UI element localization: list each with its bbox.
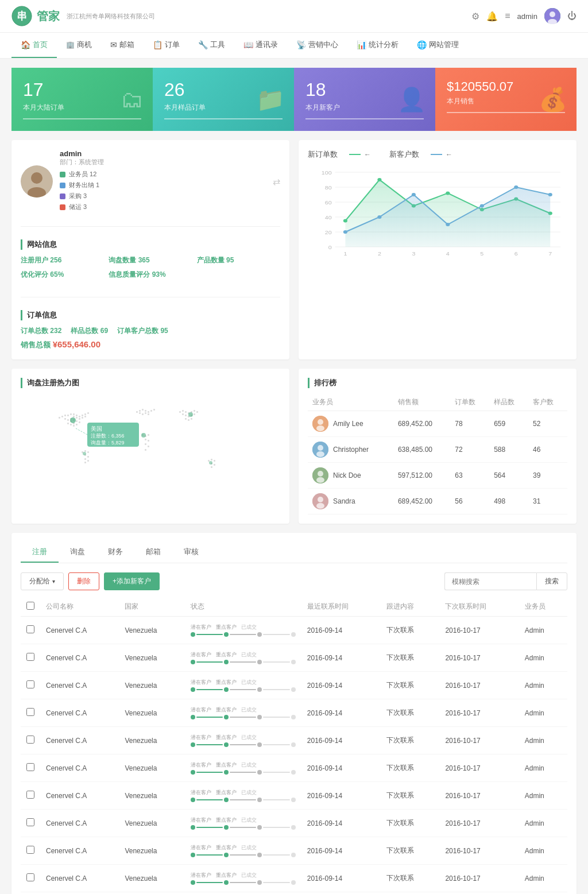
header-actions: ⚙ 🔔 ≡ admin ⏻	[471, 8, 577, 24]
svg-rect-82	[145, 410, 146, 412]
svg-point-136	[318, 471, 323, 477]
sample-total: 样品总数 69	[71, 326, 108, 336]
cell-follow-up: 下次联系	[381, 672, 439, 699]
cell-status: 潜在客户 重点客户 已成交	[185, 837, 301, 865]
legend-customers: ←	[431, 150, 452, 158]
person-samples: 564	[489, 463, 528, 489]
cell-company: Cenervel C.A	[40, 782, 119, 810]
rankings-row: Christopher 638,485.00 72 588 46	[308, 437, 567, 463]
cell-country: Venezuela	[119, 727, 184, 754]
map-panel: 询盘注册热力图	[11, 369, 289, 524]
cell-salesperson: Admin	[519, 644, 567, 672]
svg-text:6: 6	[514, 251, 518, 257]
row-checkbox[interactable]	[26, 791, 34, 799]
svg-point-37	[377, 215, 381, 219]
avatar[interactable]	[544, 8, 560, 24]
world-map-svg: 美国 注册数：6,356 询盘量：5,829	[21, 394, 280, 509]
nav-orders[interactable]: 📋订单	[144, 33, 189, 58]
svg-point-139	[318, 497, 323, 502]
notification-icon[interactable]: 🔔	[486, 11, 498, 22]
cell-status: 潜在客户 重点客户 已成交	[185, 754, 301, 782]
svg-text:80: 80	[325, 185, 332, 191]
tab-register[interactable]: 注册	[21, 542, 59, 563]
svg-rect-81	[142, 409, 144, 411]
svg-rect-47	[70, 413, 72, 415]
person-customers: 46	[528, 437, 567, 463]
tab-finance[interactable]: 财务	[96, 542, 134, 563]
cell-follow-up: 下次联系	[381, 782, 439, 810]
cell-company: Cenervel C.A	[40, 837, 119, 865]
tab-email[interactable]: 邮箱	[134, 542, 172, 563]
svg-rect-97	[145, 449, 146, 451]
row-checkbox[interactable]	[26, 708, 34, 716]
row-checkbox[interactable]	[26, 846, 34, 854]
nav-analytics[interactable]: 📊统计分析	[347, 33, 408, 58]
power-icon[interactable]: ⏻	[567, 11, 577, 21]
add-customer-button[interactable]: +添加新客户	[104, 572, 160, 590]
delete-button[interactable]: 删除	[68, 572, 99, 590]
settings-icon[interactable]: ⚙	[471, 11, 479, 22]
rankings-panel: 排行榜 业务员 销售额 订单数 样品数 客户数	[299, 369, 577, 524]
rankings-title: 排行榜	[308, 378, 567, 388]
svg-rect-73	[87, 451, 89, 453]
svg-point-41	[514, 185, 518, 189]
nav-marketing[interactable]: 📡营销中心	[287, 33, 347, 58]
svg-rect-68	[67, 423, 69, 424]
sales-total: 销售总额 ¥655,646.00	[21, 339, 280, 350]
svg-rect-93	[145, 439, 146, 440]
svg-text:注册数：6,356: 注册数：6,356	[91, 433, 125, 439]
svg-text:3: 3	[412, 251, 415, 257]
logo-brand: 管家	[37, 9, 60, 24]
assign-button[interactable]: 分配给 ▾	[21, 572, 64, 590]
select-all-checkbox[interactable]	[26, 602, 34, 610]
nav-tools[interactable]: 🔧工具	[189, 33, 234, 58]
svg-point-120	[188, 412, 193, 417]
tabs-section: 注册 询盘 财务 邮箱 审核 分配给 ▾ 删除 +添加新客户 搜索	[11, 533, 577, 894]
row-checkbox[interactable]	[26, 763, 34, 771]
refresh-icon[interactable]: ⇄	[273, 176, 280, 187]
admin-info: admin 部门：系统管理 业务员 12 财务出纳 1 采购 3 储运 3	[60, 149, 104, 214]
table-row: Cenervel C.A Venezuela 潜在客户 重点客户 已成交	[21, 782, 567, 810]
person-avatar	[312, 416, 328, 432]
menu-icon[interactable]: ≡	[505, 11, 510, 21]
row-checkbox[interactable]	[26, 736, 34, 744]
team-item: 储运 3	[60, 203, 104, 211]
tab-review[interactable]: 审核	[172, 542, 210, 563]
svg-point-29	[377, 178, 381, 181]
nav-home[interactable]: 🏠首页	[11, 33, 57, 58]
row-checkbox[interactable]	[26, 653, 34, 661]
nav-business[interactable]: 🏢商机	[57, 33, 101, 58]
cell-follow-up: 下次联系	[381, 865, 439, 892]
row-checkbox[interactable]	[26, 680, 34, 688]
col-customers: 客户数	[528, 394, 567, 411]
cell-country: Venezuela	[119, 810, 184, 837]
row-checkbox[interactable]	[26, 873, 34, 881]
tab-inquiry[interactable]: 询盘	[59, 542, 96, 563]
person-avatar	[312, 493, 328, 509]
person-sales: 638,485.00	[393, 437, 450, 463]
svg-rect-98	[179, 411, 181, 413]
admin-dept: 部门：系统管理	[60, 158, 104, 167]
svg-rect-92	[148, 434, 149, 436]
search-button[interactable]: 搜索	[536, 572, 567, 590]
search-input[interactable]	[444, 572, 536, 590]
toolbar: 分配给 ▾ 删除 +添加新客户 搜索	[21, 572, 567, 590]
cell-company: Cenervel C.A	[40, 644, 119, 672]
nav-website[interactable]: 🌐网站管理	[408, 33, 468, 58]
rankings-row: Sandra 689,452.00 56 498 31	[308, 489, 567, 514]
svg-text:100: 100	[322, 170, 332, 176]
person-customers: 52	[528, 411, 567, 437]
svg-rect-87	[142, 413, 144, 415]
row-checkbox[interactable]	[26, 818, 34, 826]
stat-card-customers: 18 本月新客户 👤	[294, 68, 435, 131]
search-area: 搜索	[444, 572, 567, 590]
nav-contacts[interactable]: 📖通讯录	[234, 33, 287, 58]
svg-point-42	[548, 193, 552, 196]
nav-email[interactable]: ✉邮箱	[101, 33, 144, 58]
svg-rect-75	[87, 456, 89, 458]
svg-point-133	[318, 445, 323, 451]
row-checkbox[interactable]	[26, 625, 34, 633]
svg-text:美国: 美国	[91, 425, 102, 432]
admin-label: admin	[517, 12, 537, 21]
svg-rect-113	[208, 460, 210, 462]
